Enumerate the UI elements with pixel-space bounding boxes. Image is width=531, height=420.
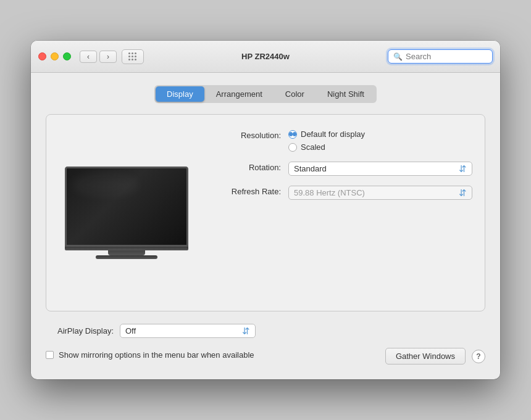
refresh-rate-value: 59.88 Hertz (NTSC) <box>294 188 459 197</box>
forward-button[interactable]: › <box>99 51 117 63</box>
settings-panel: Resolution: Default for display Scaled <box>213 127 472 299</box>
resolution-row: Resolution: Default for display Scaled <box>213 130 472 152</box>
rotation-control: Standard ⇵ <box>288 162 472 176</box>
mirroring-label: Show mirroring options in the menu bar w… <box>59 350 254 360</box>
maximize-button[interactable] <box>63 52 71 60</box>
refresh-rate-row: Refresh Rate: 59.88 Hertz (NTSC) ⇵ <box>213 186 472 200</box>
resolution-label: Resolution: <box>213 130 281 140</box>
titlebar: ‹ › HP ZR2440w 🔍 <box>31 41 500 73</box>
tab-display[interactable]: Display <box>156 86 204 102</box>
airplay-select[interactable]: Off ⇵ <box>120 324 256 338</box>
display-panel: Resolution: Default for display Scaled <box>46 114 485 311</box>
minimize-button[interactable] <box>51 52 59 60</box>
traffic-lights <box>38 52 71 60</box>
resolution-default-radio[interactable] <box>288 130 297 139</box>
search-input[interactable] <box>406 52 487 61</box>
search-icon: 🔍 <box>393 52 403 61</box>
resolution-scaled-radio[interactable] <box>288 143 297 152</box>
monitor-preview <box>59 127 194 299</box>
main-window: ‹ › HP ZR2440w 🔍 Display Arrangement Col… <box>31 41 500 379</box>
airplay-arrows-icon: ⇵ <box>242 326 250 336</box>
refresh-rate-control: 59.88 Hertz (NTSC) ⇵ <box>288 186 472 200</box>
rotation-select[interactable]: Standard ⇵ <box>288 162 472 176</box>
search-box[interactable]: 🔍 <box>388 49 493 64</box>
close-button[interactable] <box>38 52 46 60</box>
help-button[interactable]: ? <box>472 350 485 363</box>
tab-arrangement[interactable]: Arrangement <box>205 86 274 102</box>
rotation-label: Rotation: <box>213 162 281 172</box>
bottom-buttons: Gather Windows ? <box>385 348 485 364</box>
refresh-rate-label: Refresh Rate: <box>213 186 281 196</box>
content-area: Display Arrangement Color Night Shift Re… <box>31 73 500 379</box>
tab-night-shift[interactable]: Night Shift <box>316 86 375 102</box>
nav-buttons: ‹ › <box>80 51 117 63</box>
refresh-rate-arrows-icon: ⇵ <box>459 188 467 197</box>
grid-dots-icon <box>128 52 137 61</box>
monitor-stand <box>108 250 145 255</box>
gather-windows-button[interactable]: Gather Windows <box>385 348 466 364</box>
grid-view-button[interactable] <box>122 49 144 64</box>
airplay-label: AirPlay Display: <box>46 326 114 336</box>
airplay-value: Off <box>125 326 242 336</box>
resolution-default-label: Default for display <box>301 130 365 139</box>
refresh-rate-select[interactable]: 59.88 Hertz (NTSC) ⇵ <box>288 186 472 200</box>
rotation-arrows-icon: ⇵ <box>459 164 467 173</box>
tab-group: Display Arrangement Color Night Shift <box>154 85 377 103</box>
window-title: HP ZR2440w <box>241 52 290 61</box>
tabs-bar: Display Arrangement Color Night Shift <box>46 85 485 103</box>
back-button[interactable]: ‹ <box>80 51 97 63</box>
rotation-row: Rotation: Standard ⇵ <box>213 162 472 176</box>
resolution-control: Default for display Scaled <box>288 130 472 152</box>
monitor-screen-image <box>65 167 188 247</box>
tab-color[interactable]: Color <box>274 86 316 102</box>
resolution-scaled-label: Scaled <box>301 142 325 152</box>
airplay-row: AirPlay Display: Off ⇵ <box>46 324 485 338</box>
rotation-value: Standard <box>294 164 459 173</box>
mirroring-row: Show mirroring options in the menu bar w… <box>46 350 254 360</box>
monitor-foot <box>96 255 157 259</box>
resolution-default-option[interactable]: Default for display <box>288 130 472 139</box>
bottom-area: AirPlay Display: Off ⇵ Show mirroring op… <box>46 324 485 364</box>
resolution-scaled-option[interactable]: Scaled <box>288 142 472 152</box>
mirroring-checkbox[interactable] <box>46 351 54 359</box>
